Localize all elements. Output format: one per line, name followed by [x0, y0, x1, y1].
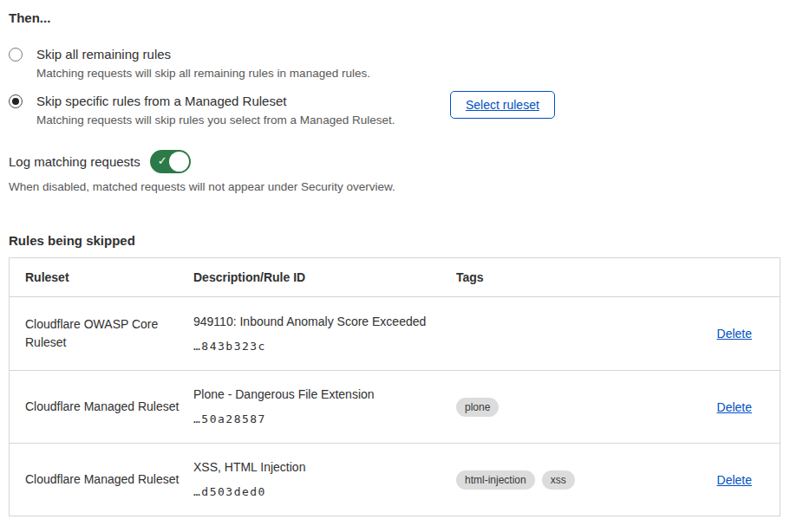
- ruleset-name: Cloudflare OWASP Core Ruleset: [10, 315, 193, 352]
- table-row: Cloudflare Managed Ruleset XSS, HTML Inj…: [10, 443, 780, 516]
- table-row: Cloudflare Managed Ruleset Plone - Dange…: [10, 370, 780, 443]
- column-header-ruleset: Ruleset: [10, 269, 193, 287]
- option-skip-specific-description: Matching requests will skip rules you se…: [36, 113, 395, 127]
- rule-id: …843b323c: [193, 340, 446, 354]
- rules-being-skipped-table: Ruleset Description/Rule ID Tags Cloudfl…: [9, 257, 780, 516]
- log-matching-requests-description: When disabled, matched requests will not…: [9, 179, 781, 194]
- select-ruleset-button[interactable]: Select ruleset: [450, 91, 555, 119]
- log-matching-requests-label: Log matching requests: [9, 153, 140, 170]
- radio-button-skip-all[interactable]: [9, 48, 23, 62]
- option-skip-specific-label[interactable]: Skip specific rules from a Managed Rules…: [36, 93, 395, 109]
- column-header-description: Description/Rule ID: [193, 270, 456, 284]
- column-header-tags: Tags: [456, 270, 658, 284]
- delete-rule-link[interactable]: Delete: [717, 400, 752, 414]
- tag-badge: xss: [542, 470, 575, 490]
- tags-cell: html-injection xss: [456, 470, 658, 490]
- option-skip-specific-rules: Skip specific rules from a Managed Rules…: [9, 93, 781, 127]
- then-heading: Then...: [9, 11, 781, 25]
- delete-rule-link[interactable]: Delete: [717, 327, 752, 341]
- log-matching-requests-section: Log matching requests ✓ When disabled, m…: [9, 150, 781, 194]
- option-skip-all-rules: Skip all remaining rules Matching reques…: [9, 46, 781, 81]
- rule-description: 949110: Inbound Anomaly Score Exceeded: [193, 315, 446, 328]
- tag-badge: plone: [456, 398, 499, 417]
- radio-button-skip-specific[interactable]: [9, 94, 23, 108]
- ruleset-name: Cloudflare Managed Ruleset: [10, 470, 193, 489]
- tags-cell: plone: [456, 398, 658, 417]
- rule-description: Plone - Dangerous File Extension: [193, 387, 446, 401]
- ruleset-name: Cloudflare Managed Ruleset: [10, 398, 193, 416]
- rule-id: …50a28587: [193, 412, 446, 426]
- tag-badge: html-injection: [456, 470, 535, 490]
- rules-being-skipped-heading: Rules being skipped: [9, 234, 781, 248]
- table-row: Cloudflare OWASP Core Ruleset 949110: In…: [10, 297, 780, 370]
- waf-rule-action-panel: Then... Skip all remaining rules Matchin…: [0, 0, 790, 516]
- delete-rule-link[interactable]: Delete: [717, 473, 752, 487]
- rule-description: XSS, HTML Injection: [193, 460, 446, 474]
- table-header-row: Ruleset Description/Rule ID Tags: [10, 258, 780, 297]
- option-skip-all-description: Matching requests will skip all remainin…: [36, 66, 370, 81]
- log-matching-requests-toggle[interactable]: ✓: [150, 150, 191, 173]
- toggle-knob: [169, 152, 189, 172]
- rule-id: …d503ded0: [193, 485, 446, 499]
- option-skip-all-label[interactable]: Skip all remaining rules: [36, 46, 370, 62]
- check-icon: ✓: [158, 154, 167, 168]
